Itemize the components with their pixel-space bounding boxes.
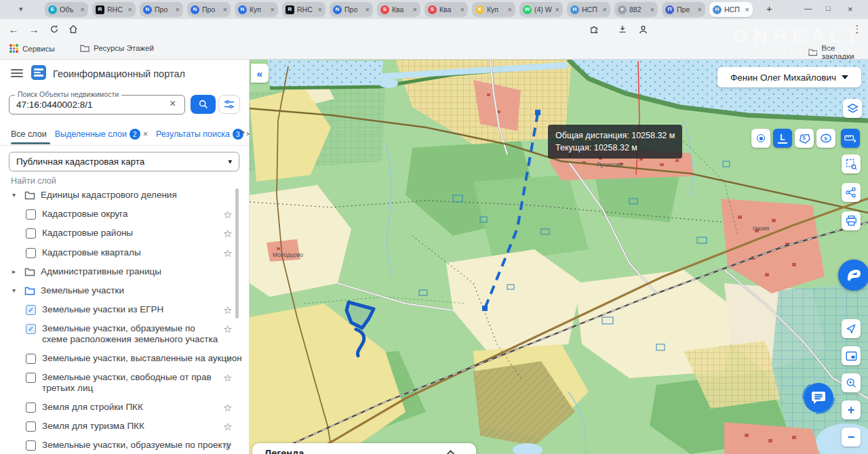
tab-close-icon[interactable]: × [413,5,417,14]
favorite-star-icon[interactable]: ☆ [223,304,232,316]
favorite-star-icon[interactable]: ☆ [223,440,232,452]
window-restore-button[interactable]: □ [826,4,831,12]
chat-fab-button[interactable] [802,381,835,415]
browser-tab-13[interactable]: ●882× [614,2,658,17]
tree-layer-11[interactable]: Земля для туризма ПКК☆ [0,421,234,440]
map-canvas[interactable]: ПутиловоНазияМолодцово [250,60,868,454]
tree-layer-6[interactable]: ✓Земельные участки из ЕГРН☆ [0,304,234,323]
browser-tab-9[interactable]: SКва× [425,2,468,17]
tree-layer-12[interactable]: Земельные участки, образуемые по проекту… [0,440,234,454]
tree-folder-4[interactable]: ▸Административные границы [0,266,234,285]
favorite-star-icon[interactable]: ☆ [223,247,232,260]
sidebar-scrollbar[interactable] [235,188,239,318]
window-minimize-button[interactable]: — [804,4,812,12]
tab-close-icon[interactable]: × [223,5,227,14]
browser-tab-12[interactable]: ННСП× [567,2,610,17]
tab-close-icon[interactable]: × [508,5,512,14]
extensions-icon[interactable] [587,22,601,36]
layer-checkbox[interactable] [26,403,36,413]
tab-close-icon[interactable]: × [271,5,275,14]
legend-panel[interactable]: Легенда [252,443,476,454]
tab-close-icon[interactable]: × [176,5,180,14]
tab-close-icon[interactable]: × [128,5,132,14]
tree-layer-7[interactable]: ✓Земельные участки, образуемые по схеме … [0,323,234,353]
bookmark-services[interactable]: Сервисы [9,44,55,53]
favorite-star-icon[interactable]: ☆ [223,372,232,384]
browser-tab-5[interactable]: NКуп× [235,2,278,17]
tree-layer-8[interactable]: Земельные участки, выставленные на аукци… [0,353,234,372]
user-menu[interactable]: Фенин Олег Михайлович [717,67,861,87]
tab-close-icon[interactable]: × [603,5,607,14]
profile-icon[interactable] [636,22,650,36]
favorite-star-icon[interactable]: ☆ [223,209,232,221]
print-button[interactable] [842,211,861,230]
map-area[interactable]: ПутиловоНазияМолодцово « Фенин Олег Миха… [250,60,868,454]
tree-folder-5[interactable]: ▾Земельные участки [0,285,234,304]
tab-close-icon[interactable]: × [460,5,465,14]
browser-tab-6[interactable]: RRHC× [282,2,326,17]
length-measure-button[interactable]: L [773,129,792,148]
bookmark-folder-etazhi[interactable]: Ресурсы Этажей [80,44,154,52]
favorite-star-icon[interactable]: ☆ [223,228,232,240]
browser-tab-3[interactable]: NПро× [140,2,183,17]
layer-checkbox[interactable] [26,209,36,220]
menu-dots-icon[interactable]: ⋮ [850,22,864,36]
geolocation-button[interactable] [842,319,861,338]
tab-close-icon[interactable]: × [318,5,322,14]
tab-close-icon[interactable]: × [698,5,702,14]
favorite-star-icon[interactable]: ☆ [223,421,232,433]
legend-collapse-icon[interactable] [446,450,455,454]
browser-tab-14[interactable]: ППре× [662,2,705,17]
favorite-star-icon[interactable]: ☆ [223,402,232,414]
chevron-down-icon[interactable]: ▾ [12,287,16,294]
sidebar-collapse-button[interactable]: « [251,64,269,83]
browser-tab-1[interactable]: ЕОбъ× [45,2,88,17]
minimap-button[interactable] [842,346,861,365]
layer-checkbox[interactable]: ✓ [26,305,36,315]
layers-button[interactable] [843,99,862,118]
tab-close-icon[interactable]: × [366,5,370,14]
browser-tab-15[interactable]: ННСП× [709,2,753,17]
window-close-button[interactable]: × [848,4,853,14]
share-button[interactable] [842,183,861,202]
tree-layer-9[interactable]: Земельные участки, свободные от прав тре… [0,372,234,402]
select-area-button[interactable] [842,154,861,173]
browser-tab-4[interactable]: NПро× [187,2,231,17]
clear-measure-button[interactable]: x [841,129,860,148]
browser-tab-11[interactable]: W(4) W× [519,2,563,17]
downloads-icon[interactable] [616,22,629,36]
tree-layer-1[interactable]: Кадастровые округа☆ [0,209,234,228]
layer-checkbox[interactable]: ✓ [26,324,36,334]
tab-close-icon[interactable]: × [745,5,749,14]
layer-checkbox[interactable] [26,228,36,239]
layer-checkbox[interactable] [26,373,36,383]
layer-checkbox[interactable] [26,421,36,432]
tree-layer-3[interactable]: Кадастровые кварталы☆ [0,247,234,266]
tab-close-icon[interactable]: × [650,5,654,14]
layer-checkbox[interactable] [26,248,36,258]
favorite-star-icon[interactable]: ☆ [223,353,232,365]
circle-measure-button[interactable]: S [816,129,835,148]
back-icon[interactable]: ← [7,22,20,36]
point-measure-button[interactable] [751,129,770,148]
search-on-map-button[interactable] [842,373,861,392]
tree-folder-0[interactable]: ▾Единицы кадастрового деления [0,190,234,209]
tree-layer-2[interactable]: Кадастровые районы☆ [0,228,234,247]
browser-tab-8[interactable]: SКва× [377,2,420,17]
chevron-down-icon[interactable]: ▾ [12,191,16,199]
forward-icon[interactable]: → [27,22,41,36]
tab-close-icon[interactable]: × [81,5,85,14]
chevron-right-icon[interactable]: ▸ [12,268,16,275]
tab-search-chevron-icon[interactable]: ▾ [19,5,23,14]
reload-icon[interactable] [47,22,61,36]
browser-tab-10[interactable]: ККуп× [472,2,515,17]
area-measure-button[interactable]: S [795,129,814,148]
browser-tab-7[interactable]: NПро× [330,2,373,17]
all-bookmarks-button[interactable]: Все закладки [808,44,868,60]
nspd-logo-fab[interactable] [838,260,868,291]
layer-checkbox[interactable] [26,354,36,364]
tab-close-icon[interactable]: × [555,5,559,14]
browser-tab-2[interactable]: RRHC× [92,2,136,17]
zoom-out-button[interactable]: − [842,428,861,447]
tree-layer-10[interactable]: Земля для стройки ПКК☆ [0,402,234,421]
